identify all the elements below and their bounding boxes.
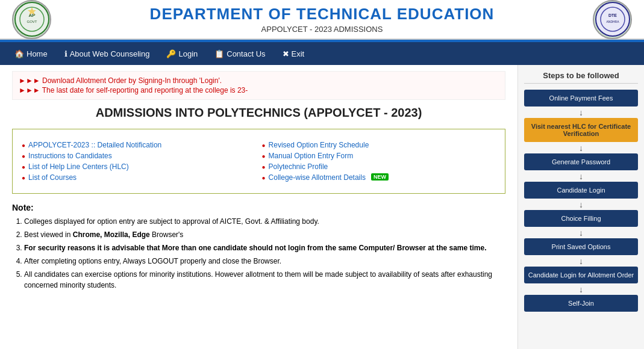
step-arrow-1: ↓ — [524, 108, 638, 117]
links-left-col: ● APPOLYCET-2023 :: Detailed Notificatio… — [22, 138, 256, 184]
step-print-options[interactable]: Print Saved Options — [524, 238, 638, 255]
svg-text:AP: AP — [28, 13, 36, 18]
info-icon: ℹ — [64, 49, 67, 58]
key-icon: 🔑 — [166, 49, 176, 58]
svg-text:GOVT: GOVT — [27, 20, 37, 23]
step-hlc-verification[interactable]: Visit nearest HLC for Certificate Verifi… — [524, 118, 638, 142]
nav-login[interactable]: 🔑 Login — [158, 42, 206, 65]
note-item-5: All candidates can exercise options for … — [24, 269, 505, 291]
list-item: ● List of Help Line Centers (HLC) — [22, 162, 256, 171]
note-title: Note: — [12, 203, 505, 212]
bullet-icon: ● — [262, 142, 266, 149]
new-badge: NEW — [371, 173, 389, 181]
page-title: ADMISSIONS INTO POLYTECHNICS (APPOLYCET … — [12, 106, 505, 120]
svg-text:ANDHRA: ANDHRA — [606, 20, 619, 23]
steps-sidebar: Steps to be followed Online Payment Fees… — [517, 65, 644, 349]
main-container: ►►► Download Allotment Order by Signing-… — [0, 65, 644, 349]
link-courses[interactable]: List of Courses — [28, 173, 77, 182]
marquee-line-2: ►►► The last date for self-reporting and… — [19, 86, 499, 94]
note-item-3: For security reasons it is advisable tha… — [24, 242, 505, 253]
link-notification[interactable]: APPOLYCET-2023 :: Detailed Notification — [28, 141, 161, 149]
bullet-icon: ● — [262, 153, 266, 159]
list-item: ● Revised Option Entry Schedule — [262, 141, 496, 149]
note-item-2: Best viewed in Chrome, Mozilla, Edge Bro… — [24, 229, 505, 240]
header-title-block: DEPARTMENT OF TECHNICAL EDUCATION APPOLY… — [150, 5, 495, 34]
main-navbar: 🏠 Home ℹ About Web Counseling 🔑 Login 📋 … — [0, 42, 644, 65]
bullet-icon: ● — [262, 174, 266, 181]
step-online-payment[interactable]: Online Payment Fees — [524, 90, 638, 107]
note-list: Colleges displayed for option entry are … — [12, 216, 505, 291]
links-grid: ● APPOLYCET-2023 :: Detailed Notificatio… — [22, 138, 496, 184]
step-self-join[interactable]: Self-Join — [524, 295, 638, 312]
logo-right: DTE ANDHRA — [593, 0, 632, 39]
link-manual-form[interactable]: Manual Option Entry Form — [269, 152, 354, 160]
list-item: ● Instructions to Candidates — [22, 152, 256, 160]
link-polytechnic-profile[interactable]: Polytechnic Profile — [269, 162, 328, 171]
step-arrow-7: ↓ — [524, 285, 638, 294]
link-revised-schedule[interactable]: Revised Option Entry Schedule — [269, 141, 369, 149]
links-right-col: ● Revised Option Entry Schedule ● Manual… — [262, 138, 496, 184]
nav-about[interactable]: ℹ About Web Counseling — [56, 42, 158, 65]
logo-left: AP GOVT — [12, 0, 51, 39]
step-arrow-6: ↓ — [524, 256, 638, 266]
step-arrow-4: ↓ — [524, 200, 638, 209]
step-arrow-2: ↓ — [524, 143, 638, 153]
step-arrow-5: ↓ — [524, 228, 638, 238]
site-title: DEPARTMENT OF TECHNICAL EDUCATION — [150, 5, 495, 23]
link-allotment-details[interactable]: College-wise Allotment Details — [269, 173, 366, 182]
content-area: ►►► Download Allotment Order by Signing-… — [0, 65, 517, 349]
marquee-line-1: ►►► Download Allotment Order by Signing-… — [19, 76, 499, 85]
link-hlc[interactable]: List of Help Line Centers (HLC) — [28, 162, 129, 171]
list-item: ● List of Courses — [22, 173, 256, 182]
bold-browsers: Chrome, Mozilla, Edge — [73, 230, 150, 239]
bullet-icon: ● — [22, 164, 25, 170]
list-item: ● College-wise Allotment Details NEW — [262, 173, 496, 182]
bullet-icon: ● — [262, 164, 266, 170]
bullet-icon: ● — [22, 153, 25, 159]
note-item-1: Colleges displayed for option entry are … — [24, 216, 505, 227]
links-box: ● APPOLYCET-2023 :: Detailed Notificatio… — [12, 129, 505, 194]
step-generate-password[interactable]: Generate Password — [524, 153, 638, 170]
nav-home[interactable]: 🏠 Home — [6, 42, 56, 65]
nav-contact[interactable]: 📋 Contact Us — [206, 42, 274, 65]
svg-text:DTE: DTE — [608, 13, 617, 17]
exit-icon: ✖ — [283, 49, 289, 58]
step-candidate-allotment-login[interactable]: Candidate Login for Allotment Order — [524, 267, 638, 283]
list-item: ● Manual Option Entry Form — [262, 152, 496, 160]
marquee-area: ►►► Download Allotment Order by Signing-… — [12, 71, 505, 100]
bullet-icon: ● — [22, 174, 25, 181]
step-choice-filling[interactable]: Choice Filling — [524, 210, 638, 227]
bullet-icon: ● — [22, 142, 25, 149]
list-item: ● Polytechnic Profile — [262, 162, 496, 171]
sidebar-title: Steps to be followed — [524, 71, 638, 84]
bold-security-note: For security reasons it is advisable tha… — [24, 244, 487, 252]
nav-exit[interactable]: ✖ Exit — [274, 42, 313, 65]
step-arrow-3: ↓ — [524, 171, 638, 181]
note-item-4: After completing options entry, Always L… — [24, 256, 505, 267]
contact-icon: 📋 — [214, 49, 224, 58]
page-header: AP GOVT DEPARTMENT OF TECHNICAL EDUCATIO… — [0, 0, 644, 40]
list-item: ● APPOLYCET-2023 :: Detailed Notificatio… — [22, 141, 256, 149]
link-instructions[interactable]: Instructions to Candidates — [28, 152, 112, 160]
site-subtitle: APPOLYCET - 2023 ADMISSIONS — [150, 25, 495, 34]
note-section: Note: Colleges displayed for option entr… — [12, 203, 505, 291]
home-icon: 🏠 — [14, 49, 24, 58]
step-candidate-login[interactable]: Candidate Login — [524, 182, 638, 199]
